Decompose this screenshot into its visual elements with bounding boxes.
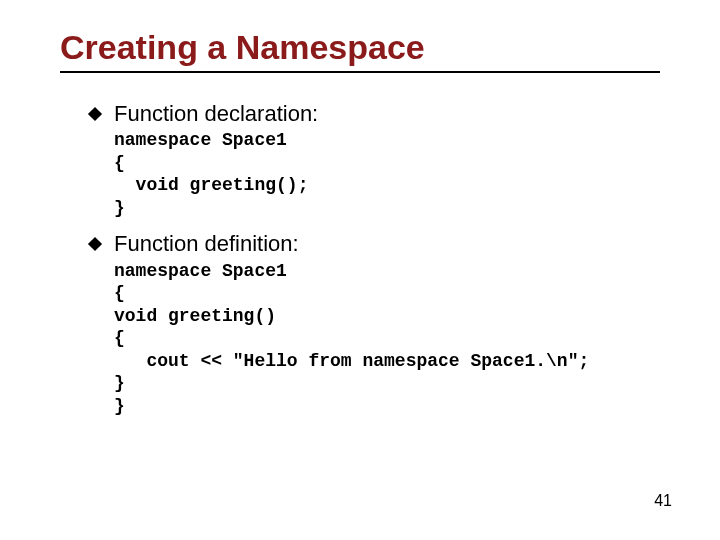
- slide: Creating a Namespace Function declaratio…: [0, 0, 720, 540]
- slide-content: Function declaration: namespace Space1 {…: [90, 101, 680, 417]
- bullet-item: Function definition:: [90, 231, 680, 257]
- page-number: 41: [654, 492, 672, 510]
- diamond-bullet-icon: [88, 107, 102, 121]
- bullet-item: Function declaration:: [90, 101, 680, 127]
- slide-title: Creating a Namespace: [60, 28, 680, 67]
- diamond-bullet-icon: [88, 237, 102, 251]
- bullet-label: Function declaration:: [114, 101, 318, 127]
- code-block-definition: namespace Space1 { void greeting() { cou…: [114, 260, 680, 418]
- code-block-declaration: namespace Space1 { void greeting(); }: [114, 129, 680, 219]
- title-underline: [60, 71, 660, 73]
- bullet-label: Function definition:: [114, 231, 299, 257]
